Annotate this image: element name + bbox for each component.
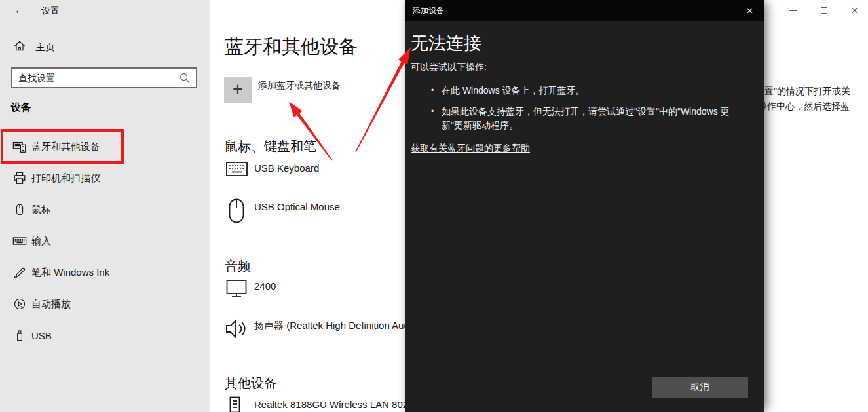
dialog-suggestions-list: 在此 Windows 设备上，打开蓝牙。 如果此设备支持蓝牙，但无法打开，请尝试… bbox=[431, 84, 751, 140]
sidebar-item-label: 鼠标 bbox=[31, 204, 51, 216]
add-device-dialog: 添加设备 ✕ 无法连接 可以尝试以下操作: 在此 Windows 设备上，打开蓝… bbox=[405, 0, 764, 412]
keyboard-icon bbox=[226, 161, 248, 179]
sidebar-item-usb[interactable]: USB bbox=[0, 322, 210, 348]
maximize-button[interactable] bbox=[809, 0, 839, 21]
settings-sidebar: ← 设置 主页 设备 蓝牙和其他设备 打印机和扫描仪 鼠标 bbox=[0, 0, 210, 412]
settings-search-box bbox=[11, 67, 197, 88]
sidebar-section-devices: 设备 bbox=[11, 102, 31, 114]
window-close-button[interactable]: ✕ bbox=[840, 0, 868, 21]
dialog-close-button[interactable]: ✕ bbox=[735, 0, 764, 21]
sidebar-item-mouse[interactable]: 鼠标 bbox=[0, 197, 210, 223]
minimize-button[interactable] bbox=[778, 0, 808, 21]
page-title: 蓝牙和其他设备 bbox=[225, 34, 358, 60]
sidebar-item-autoplay[interactable]: 自动播放 bbox=[0, 291, 210, 317]
background-help-text-line1: 置"的情况下打开或关 bbox=[764, 86, 850, 98]
sidebar-item-label: 输入 bbox=[31, 235, 51, 248]
device-label: USB Optical Mouse bbox=[254, 201, 340, 212]
sidebar-item-printers-and-scanners[interactable]: 打印机和扫描仪 bbox=[0, 165, 210, 191]
maximize-icon bbox=[821, 7, 827, 14]
background-help-text-line2: 操作中心，然后选择蓝 bbox=[758, 101, 850, 113]
list-item: 在此 Windows 设备上，打开蓝牙。 bbox=[431, 84, 751, 98]
dialog-subheading: 可以尝试以下操作: bbox=[411, 62, 487, 73]
autoplay-icon bbox=[12, 296, 28, 312]
devices-icon bbox=[12, 139, 28, 155]
app-title: 设置 bbox=[41, 5, 60, 17]
search-input[interactable] bbox=[18, 69, 176, 87]
sidebar-item-label: 打印机和扫描仪 bbox=[31, 172, 100, 185]
dialog-titlebar: 添加设备 ✕ bbox=[405, 0, 764, 21]
sidebar-item-typing[interactable]: 输入 bbox=[0, 228, 210, 254]
device-label: 2400 bbox=[254, 280, 276, 291]
mouse-icon bbox=[229, 198, 244, 226]
device-label: 扬声器 (Realtek High Definition Audio bbox=[254, 320, 417, 332]
keyboard-icon bbox=[12, 233, 28, 249]
home-icon bbox=[13, 39, 26, 55]
pen-icon bbox=[12, 265, 28, 280]
sidebar-item-home[interactable]: 主页 bbox=[0, 37, 210, 58]
bluetooth-help-link[interactable]: 获取有关蓝牙问题的更多帮助 bbox=[411, 143, 530, 155]
plus-icon: + bbox=[224, 77, 252, 103]
printer-icon bbox=[12, 170, 28, 186]
dialog-title: 添加设备 bbox=[413, 0, 444, 21]
monitor-icon bbox=[226, 279, 247, 301]
sidebar-item-label: 主页 bbox=[35, 41, 55, 54]
sidebar-item-pen-windows-ink[interactable]: 笔和 Windows Ink bbox=[0, 259, 210, 286]
dongle-icon bbox=[229, 396, 240, 412]
device-label: USB Keyboard bbox=[254, 162, 319, 174]
cancel-button[interactable]: 取消 bbox=[652, 377, 748, 398]
sidebar-item-label: USB bbox=[31, 330, 52, 341]
section-heading-mouse-keyboard-pen: 鼠标、键盘和笔 bbox=[225, 138, 316, 155]
back-arrow-icon[interactable]: ← bbox=[10, 3, 29, 18]
sidebar-item-label: 蓝牙和其他设备 bbox=[31, 141, 100, 153]
device-label: Realtek 8188GU Wireless LAN 802.11n bbox=[254, 399, 426, 410]
list-item: 如果此设备支持蓝牙，但无法打开，请尝试通过"设置"中的"Windows 更新"更… bbox=[431, 105, 751, 132]
section-heading-audio: 音频 bbox=[225, 257, 251, 275]
close-icon: ✕ bbox=[746, 6, 753, 16]
sidebar-item-label: 自动播放 bbox=[31, 298, 71, 310]
add-device-label: 添加蓝牙或其他设备 bbox=[258, 80, 341, 92]
minimize-icon bbox=[789, 10, 797, 11]
search-icon[interactable] bbox=[179, 72, 191, 86]
sidebar-item-label: 笔和 Windows Ink bbox=[31, 267, 109, 279]
close-icon: ✕ bbox=[851, 6, 859, 15]
section-heading-other-devices: 其他设备 bbox=[225, 375, 277, 392]
speaker-icon bbox=[225, 317, 248, 343]
sidebar-item-bluetooth-and-other-devices[interactable]: 蓝牙和其他设备 bbox=[0, 134, 210, 160]
usb-icon bbox=[12, 328, 28, 343]
settings-titlebar: ← 设置 bbox=[0, 0, 210, 21]
dialog-heading: 无法连接 bbox=[411, 31, 481, 55]
mouse-icon bbox=[12, 202, 28, 217]
